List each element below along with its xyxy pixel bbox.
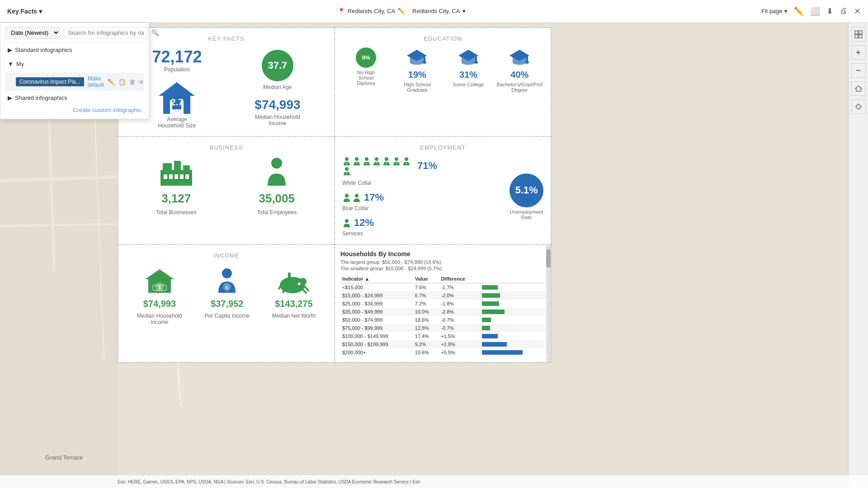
person-svc-icon xyxy=(342,218,351,227)
svg-rect-65 xyxy=(288,272,291,278)
svg-rect-68 xyxy=(859,31,862,34)
svg-rect-25 xyxy=(175,174,178,179)
svg-point-66 xyxy=(298,282,301,285)
edu-item-no-hs: 9% No HighSchoolDiploma xyxy=(342,47,390,86)
my-section-header[interactable]: ▼ My xyxy=(8,61,142,67)
create-custom-infographic-link[interactable]: Create custom infographic xyxy=(0,103,149,113)
hbi-bar-cell xyxy=(480,308,545,316)
hbi-diff-cell: -1.8% xyxy=(439,300,480,308)
no-hs-label: No HighSchoolDiploma xyxy=(357,70,375,86)
table-row: $100,000 - $149,999 17.4% +1.5% xyxy=(340,332,545,340)
hs-grad-cap-icon xyxy=(405,47,429,68)
layers-button[interactable] xyxy=(851,27,866,42)
home-icon xyxy=(855,85,862,92)
hbi-diff-cell: +1.5% xyxy=(439,332,480,340)
blue-collar-row: 17% xyxy=(342,192,504,203)
svg-text:$: $ xyxy=(158,285,161,290)
per-capita-income-value: $37,952 xyxy=(211,299,243,309)
hs-label: High SchoolGraduate xyxy=(404,82,430,93)
close-icon-button[interactable]: ✕ xyxy=(854,6,861,16)
hbi-value-cell: 12.8% xyxy=(413,324,439,332)
business-cell: BUSINESS 3,127 Total Busi xyxy=(118,136,335,244)
total-employees-value: 35,005 xyxy=(259,192,295,206)
no-hs-pct: 9% xyxy=(362,54,370,61)
svg-point-35 xyxy=(365,157,368,161)
edit-location1-icon[interactable]: ✏️ xyxy=(398,8,405,14)
infographic-list-item[interactable]: Coronavirus Impact Pla... Make default ✏… xyxy=(5,73,144,91)
median-net-worth-value: $143,275 xyxy=(275,299,312,309)
svg-rect-20 xyxy=(163,163,172,172)
edit-infographic-icon[interactable]: ✏️ xyxy=(108,79,115,85)
col-indicator-header: Indicator ▲ xyxy=(340,275,413,283)
top-bar-center: 📍 Redlands City, CA ✏️ Redlands City, CA… xyxy=(42,8,761,14)
hbi-bar-cell xyxy=(480,332,545,340)
person-wc-4 xyxy=(372,156,381,165)
chevron-down-icon[interactable]: ▾ xyxy=(462,8,466,14)
shared-section-header[interactable]: ▶ Shared infographics xyxy=(8,94,142,101)
households-income-cell: Households By Income The largest group: … xyxy=(335,244,551,362)
svg-rect-21 xyxy=(174,161,181,172)
dropdown-top-row: Date (Newest) 🔍 xyxy=(0,23,149,43)
svg-point-53 xyxy=(345,194,349,197)
close-infographic-icon[interactable]: ✕ xyxy=(139,79,144,85)
delete-infographic-icon[interactable]: 🗑 xyxy=(129,79,135,85)
attribution-text: Esri, HERE, Garmin, USGS, EPA, NPS, USDA… xyxy=(118,479,420,484)
copy-infographic-icon[interactable]: 📋 xyxy=(118,79,126,85)
layers-icon xyxy=(854,30,863,38)
hbi-value-cell: 17.4% xyxy=(413,332,439,340)
white-collar-row: 71% xyxy=(342,156,504,175)
blue-collar-pct: 17% xyxy=(364,192,384,203)
make-default-link[interactable]: Make default xyxy=(88,75,104,88)
standard-section-header[interactable]: ▶ Standard infographics xyxy=(8,47,142,53)
house-money-icon: $ xyxy=(144,268,175,295)
svg-point-29 xyxy=(345,157,349,161)
infographic-panel: KEY FACTS 72,172 Population xyxy=(118,27,552,363)
hbi-diff-cell: -2.0% xyxy=(439,291,480,300)
zoom-out-button[interactable]: − xyxy=(851,63,866,78)
fit-page-button[interactable]: Fit page ▾ xyxy=(761,8,788,14)
locate-button[interactable] xyxy=(851,99,866,114)
hbi-diff-cell: -0.7% xyxy=(439,316,480,324)
print-icon-button[interactable]: 🖨 xyxy=(840,6,848,16)
total-employees-item: 35,005 Total Employees xyxy=(257,156,297,216)
household-size-label: AverageHousehold Size xyxy=(158,116,196,129)
some-college-cap-icon xyxy=(456,47,481,68)
svg-rect-70 xyxy=(859,35,862,38)
employment-left: 71% White Collar 17% Blue Collar xyxy=(342,156,504,237)
blue-collar-icons xyxy=(342,193,361,202)
income-header: INCOME xyxy=(126,252,327,259)
infographic-search-input[interactable] xyxy=(64,27,148,38)
location2-text: Redlands City, CA xyxy=(412,8,460,14)
median-household-item: $ $74,993 Median HouseholdIncome xyxy=(137,268,182,325)
hbi-indicator-cell: $150,000 - $199,999 xyxy=(340,340,413,348)
total-businesses-value: 3,127 xyxy=(161,192,191,206)
date-sort-select[interactable]: Date (Newest) xyxy=(5,27,60,39)
median-net-worth-label: Median Net Worth xyxy=(272,313,316,319)
hbi-indicator-cell: $15,000 - $24,999 xyxy=(340,291,413,300)
services-label: Services xyxy=(342,230,504,237)
median-age-value: 37.7 xyxy=(268,60,288,71)
duplicate-icon-button[interactable]: ⬜ xyxy=(810,6,820,16)
pencil-icon-button[interactable]: ✏️ xyxy=(794,6,804,16)
scrollbar[interactable] xyxy=(546,245,551,362)
white-collar-label: White Collar xyxy=(342,180,504,186)
key-facts-dropdown-button[interactable]: Key Facts ▾ xyxy=(7,8,42,15)
median-income-value: $74,993 xyxy=(255,98,300,112)
location1-text: Redlands City, CA xyxy=(348,8,395,14)
some-college-label: Some College xyxy=(453,82,484,87)
person-wc-6 xyxy=(392,156,401,165)
home-button[interactable] xyxy=(851,81,866,96)
unemployment-circle: 5.1% xyxy=(509,174,543,207)
person-bc-1 xyxy=(342,193,351,202)
hbi-value-cell: 7.2% xyxy=(413,300,439,308)
zoom-in-button[interactable]: + xyxy=(851,45,866,60)
median-income-label: Median HouseholdIncome xyxy=(255,114,300,127)
search-submit-button[interactable]: 🔍 xyxy=(151,29,159,36)
infographics-dropdown-panel: Date (Newest) 🔍 ▶ Standard infographics … xyxy=(0,23,149,119)
svg-rect-14 xyxy=(475,56,477,62)
person-wc-3 xyxy=(362,156,371,165)
download-icon-button[interactable]: ⬇ xyxy=(826,6,833,16)
services-pct: 12% xyxy=(354,217,374,229)
svg-point-60 xyxy=(222,268,232,278)
hs-pct: 19% xyxy=(408,70,426,80)
